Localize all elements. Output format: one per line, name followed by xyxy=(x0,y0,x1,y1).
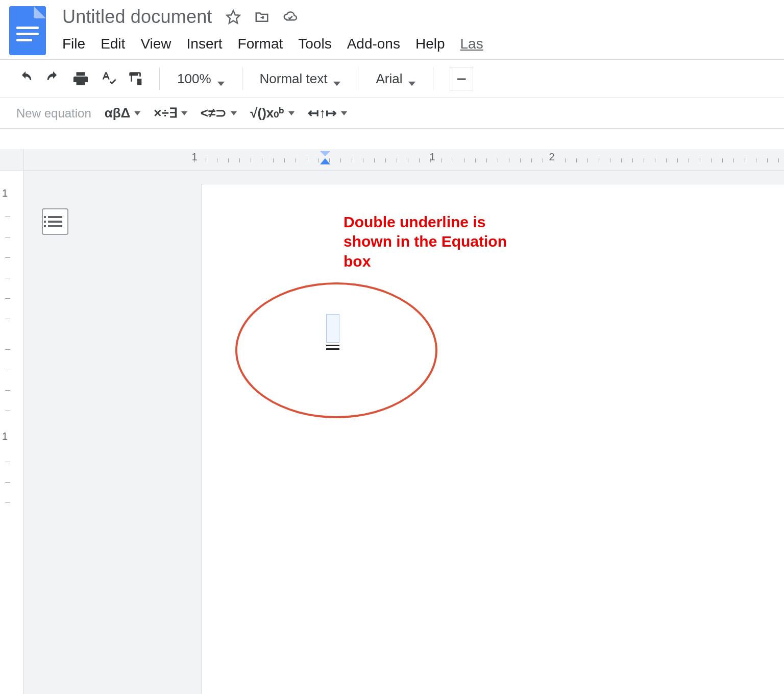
vruler-tick-label: 1 xyxy=(2,430,8,442)
undo-button[interactable] xyxy=(16,69,35,88)
caret-down-icon xyxy=(231,111,237,115)
spellcheck-button[interactable] xyxy=(99,69,117,88)
caret-down-icon xyxy=(333,75,340,82)
vertical-ruler[interactable]: 1 1 xyxy=(0,171,23,694)
font-dropdown[interactable]: Arial xyxy=(373,71,419,87)
ruler-scale[interactable]: 1 1 2 xyxy=(194,149,784,170)
ruler-tick-label: 2 xyxy=(549,151,554,163)
paragraph-style-dropdown[interactable]: Normal text xyxy=(257,71,344,87)
horizontal-ruler[interactable]: 1 1 2 xyxy=(0,149,784,171)
equation-box[interactable] xyxy=(326,314,339,343)
star-icon[interactable] xyxy=(226,9,241,25)
folder-move-icon[interactable] xyxy=(254,9,270,25)
cloud-saved-icon[interactable] xyxy=(283,9,298,25)
eq-relations-dropdown[interactable]: <≠⊃ xyxy=(201,105,237,121)
eq-operators-label: ×÷∃ xyxy=(154,105,177,121)
last-edit-link[interactable]: Las xyxy=(460,36,483,52)
menu-file[interactable]: File xyxy=(62,36,85,52)
menu-view[interactable]: View xyxy=(140,36,171,52)
document-title[interactable]: Untitled document xyxy=(62,6,212,28)
caret-down-icon xyxy=(181,111,187,115)
left-indent-icon xyxy=(320,158,330,164)
eq-math-label: √()x₀ᵇ xyxy=(250,105,284,121)
indent-marker[interactable] xyxy=(320,151,330,164)
new-equation-button[interactable]: New equation xyxy=(16,106,91,121)
svg-marker-0 xyxy=(227,11,239,23)
toolbar: 100% Normal text Arial − xyxy=(0,59,784,98)
eq-relations-label: <≠⊃ xyxy=(201,105,227,121)
vruler-tick-label: 1 xyxy=(2,187,8,199)
menu-help[interactable]: Help xyxy=(415,36,445,52)
annotation-text: Double underline is shown in the Equatio… xyxy=(344,212,537,271)
caret-down-icon xyxy=(408,75,415,82)
eq-greek-dropdown[interactable]: αβΔ xyxy=(105,105,141,121)
canvas-area: Double underline is shown in the Equatio… xyxy=(23,171,784,694)
outline-toggle-button[interactable] xyxy=(42,208,68,235)
paint-format-button[interactable] xyxy=(127,69,145,88)
toolbar-separator xyxy=(358,67,358,90)
ruler-gutter xyxy=(0,149,23,170)
menu-format[interactable]: Format xyxy=(238,36,283,52)
caret-down-icon xyxy=(134,111,140,115)
toolbar-separator xyxy=(433,67,433,90)
annotation-ellipse xyxy=(235,282,437,418)
font-value: Arial xyxy=(376,71,402,87)
eq-operators-dropdown[interactable]: ×÷∃ xyxy=(154,105,187,121)
caret-down-icon xyxy=(341,111,347,115)
ruler-gutter xyxy=(23,149,194,170)
font-size-decrease[interactable]: − xyxy=(450,67,473,90)
eq-math-dropdown[interactable]: √()x₀ᵇ xyxy=(250,105,295,121)
docs-app-icon-lines xyxy=(16,27,39,45)
eq-greek-label: αβΔ xyxy=(105,105,131,121)
redo-button[interactable] xyxy=(44,69,62,88)
zoom-dropdown[interactable]: 100% xyxy=(174,71,228,87)
menu-addons[interactable]: Add-ons xyxy=(347,36,400,52)
toolbar-separator xyxy=(159,67,160,90)
equation-toolbar: New equation αβΔ ×÷∃ <≠⊃ √()x₀ᵇ ↤↑↦ xyxy=(0,98,784,129)
ruler-tick-label: 1 xyxy=(429,151,435,163)
toolbar-separator xyxy=(242,67,242,90)
zoom-value: 100% xyxy=(177,71,211,87)
menu-insert[interactable]: Insert xyxy=(187,36,223,52)
eq-arrows-label: ↤↑↦ xyxy=(308,105,337,121)
double-underline xyxy=(326,345,339,346)
menu-tools[interactable]: Tools xyxy=(298,36,331,52)
caret-down-icon xyxy=(217,75,225,82)
print-button[interactable] xyxy=(71,69,90,88)
first-line-indent-icon xyxy=(320,151,330,156)
paragraph-style-value: Normal text xyxy=(260,71,328,87)
docs-app-icon[interactable] xyxy=(9,6,46,55)
ruler-tick-label: 1 xyxy=(191,151,197,163)
outline-icon xyxy=(48,213,62,230)
eq-arrows-dropdown[interactable]: ↤↑↦ xyxy=(308,105,347,121)
document-page[interactable]: Double underline is shown in the Equatio… xyxy=(201,184,784,694)
caret-down-icon xyxy=(288,111,295,115)
menu-edit[interactable]: Edit xyxy=(101,36,125,52)
